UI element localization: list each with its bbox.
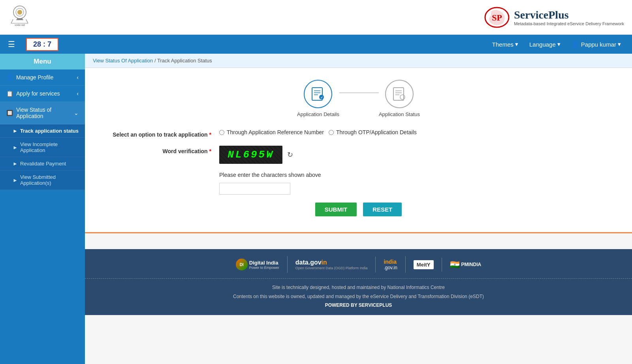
- footer-logo-india-gov: india .gov.in: [376, 256, 405, 273]
- required-star: *: [209, 131, 211, 138]
- sidebar-sub-menu: ► Track application status ► View Incomp…: [0, 124, 85, 190]
- captcha-help-text: Please enter the characters shown above: [219, 172, 321, 178]
- sidebar-sub-item-view-submitted[interactable]: ► View Submitted Application(s): [0, 171, 85, 190]
- sidebar-item-left: 👤 Manage Profile: [6, 74, 53, 81]
- sidebar-menu-header: Menu: [0, 54, 85, 69]
- sidebar-sub-item-revalidate[interactable]: ► Revalidate Payment: [0, 157, 85, 171]
- svg-rect-4: [16, 19, 23, 20]
- svg-line-7: [26, 19, 28, 23]
- reset-button[interactable]: RESET: [363, 203, 402, 216]
- nav-bar: ☰ 28 : 7 Themes ▾ Language ▾ 👤 Pappu kum…: [0, 35, 632, 54]
- language-button[interactable]: Language ▾: [525, 38, 565, 50]
- pmindia-logo: 🇮🇳 PMINDIA: [450, 260, 482, 269]
- serviceplus-logo: SP ServicePlus Metadata-based Integrated…: [483, 6, 624, 29]
- radio-otp-label: Through OTP/Application Details: [336, 129, 417, 135]
- di-circle-icon: DI: [236, 259, 248, 270]
- svg-point-21: [400, 95, 405, 99]
- captcha-input[interactable]: [219, 183, 290, 195]
- language-chevron-icon: ▾: [557, 41, 561, 48]
- user-button[interactable]: 👤 Pappu kumar ▾: [567, 38, 626, 51]
- step-app-status-circle: [385, 80, 414, 108]
- view-submitted-bullet-icon: ►: [13, 177, 18, 183]
- track-status-label: Track application status: [20, 128, 79, 134]
- breadcrumb-current: Track Application Status: [157, 58, 212, 64]
- sidebar-item-left: 📋 Apply for services: [6, 90, 60, 97]
- sp-icon: SP: [483, 6, 511, 29]
- data-gov-logo: data.govin Open Government Data (OGD) Pl…: [295, 259, 368, 270]
- step-app-details-label: Application Details: [297, 111, 339, 117]
- emblem: सत्यमेव जयते: [8, 4, 32, 31]
- sidebar-sub-item-view-incomplete[interactable]: ► View Incomplete Application: [0, 138, 85, 157]
- view-status-label: View Status of Application: [16, 107, 74, 119]
- user-label: Pappu kumar: [581, 41, 616, 48]
- radio-ref-number[interactable]: Through Application Reference Number: [219, 129, 324, 135]
- wv-required-star: *: [209, 148, 211, 154]
- svg-rect-3: [17, 18, 23, 19]
- sidebar-item-left: 🔲 View Status of Application: [6, 107, 74, 119]
- language-label: Language: [529, 41, 556, 48]
- sidebar-item-view-status[interactable]: 🔲 View Status of Application ⌄: [0, 102, 85, 124]
- top-header: सत्यमेव जयते SP ServicePlus Metadata-bas…: [0, 0, 632, 35]
- content-area: View Status Of Application / Track Appli…: [85, 54, 632, 364]
- form-container: ✓ Application Details: [85, 68, 632, 233]
- step-app-status: Application Status: [379, 80, 420, 117]
- manage-profile-label: Manage Profile: [16, 74, 53, 81]
- hamburger-icon[interactable]: ☰: [3, 39, 20, 49]
- captcha-image: NL695W: [219, 146, 282, 164]
- revalidate-label: Revalidate Payment: [20, 161, 66, 167]
- apply-services-label: Apply for services: [16, 90, 60, 97]
- footer-line3: POWERED BY SERVICEPLUS: [85, 301, 632, 310]
- sidebar: Menu 👤 Manage Profile ‹ 📋 Apply for serv…: [0, 54, 85, 364]
- view-submitted-label: View Submitted Application(s): [20, 174, 79, 186]
- footer-text: Site is technically designed, hosted and…: [85, 283, 632, 310]
- track-status-bullet-icon: ►: [13, 128, 18, 134]
- di-text: Digital India Power to Empower: [249, 260, 279, 270]
- step-app-status-label: Application Status: [379, 111, 420, 117]
- themes-button[interactable]: Themes ▾: [487, 38, 523, 50]
- sidebar-item-apply-services[interactable]: 📋 Apply for services ‹: [0, 86, 85, 102]
- nav-right: Themes ▾ Language ▾ 👤 Pappu kumar ▾: [487, 38, 632, 51]
- submit-button[interactable]: SUBMIT: [315, 203, 357, 216]
- breadcrumb: View Status Of Application / Track Appli…: [85, 54, 632, 68]
- step-app-details-circle: ✓: [304, 80, 332, 108]
- refresh-captcha-icon[interactable]: ↻: [287, 150, 293, 159]
- step-connector: [339, 92, 379, 93]
- word-verification-row: Word verification * NL695W ↻: [101, 146, 616, 164]
- svg-text:SP: SP: [492, 13, 502, 23]
- svg-text:सत्यमेव जयते: सत्यमेव जयते: [14, 24, 25, 26]
- sp-text: ServicePlus Metadata-based Integrated eS…: [514, 9, 624, 26]
- breadcrumb-separator: /: [154, 58, 157, 64]
- apply-services-icon: 📋: [6, 90, 13, 97]
- view-status-arrow-icon: ⌄: [74, 110, 79, 116]
- captcha-input-row: Please enter the characters shown above: [101, 172, 616, 195]
- view-status-icon: 🔲: [6, 110, 13, 116]
- word-verification-label: Word verification *: [101, 146, 211, 154]
- stepper: ✓ Application Details: [101, 80, 616, 117]
- radio-otp-input[interactable]: [329, 130, 334, 135]
- footer-logo-pmindia: 🇮🇳 PMINDIA: [442, 257, 489, 272]
- service-subtitle: Metadata-based Integrated eService Deliv…: [514, 21, 624, 26]
- footer-logo-data-gov: data.govin Open Government Data (OGD) Pl…: [288, 257, 376, 272]
- radio-ref-input[interactable]: [219, 130, 224, 135]
- meity-logo: MeitY: [414, 260, 434, 269]
- step-app-details: ✓ Application Details: [297, 80, 339, 117]
- captcha-controls: NL695W ↻: [219, 146, 293, 164]
- footer-line1: Site is technically designed, hosted and…: [85, 283, 632, 292]
- breadcrumb-parent[interactable]: View Status Of Application: [93, 58, 153, 64]
- timer-display: 28 : 7: [26, 38, 58, 51]
- themes-chevron-icon: ▾: [515, 41, 518, 48]
- sidebar-sub-item-track-status[interactable]: ► Track application status: [0, 124, 85, 138]
- svg-line-6: [11, 19, 13, 23]
- digital-india-logo: DI Digital India Power to Empower: [236, 259, 279, 270]
- footer: DI Digital India Power to Empower data.g…: [85, 249, 632, 315]
- sidebar-item-manage-profile[interactable]: 👤 Manage Profile ‹: [0, 69, 85, 86]
- footer-logo-digital-india: DI Digital India Power to Empower: [228, 256, 288, 273]
- apply-services-arrow-icon: ‹: [77, 90, 79, 97]
- svg-text:✓: ✓: [320, 96, 323, 99]
- user-chevron-icon: ▾: [618, 41, 621, 48]
- form-buttons: SUBMIT RESET: [101, 203, 616, 216]
- radio-otp-details[interactable]: Through OTP/Application Details: [329, 129, 417, 135]
- track-option-label: Select an option to track application *: [101, 129, 211, 138]
- manage-profile-icon: 👤: [6, 74, 13, 81]
- service-title: ServicePlus: [514, 9, 624, 21]
